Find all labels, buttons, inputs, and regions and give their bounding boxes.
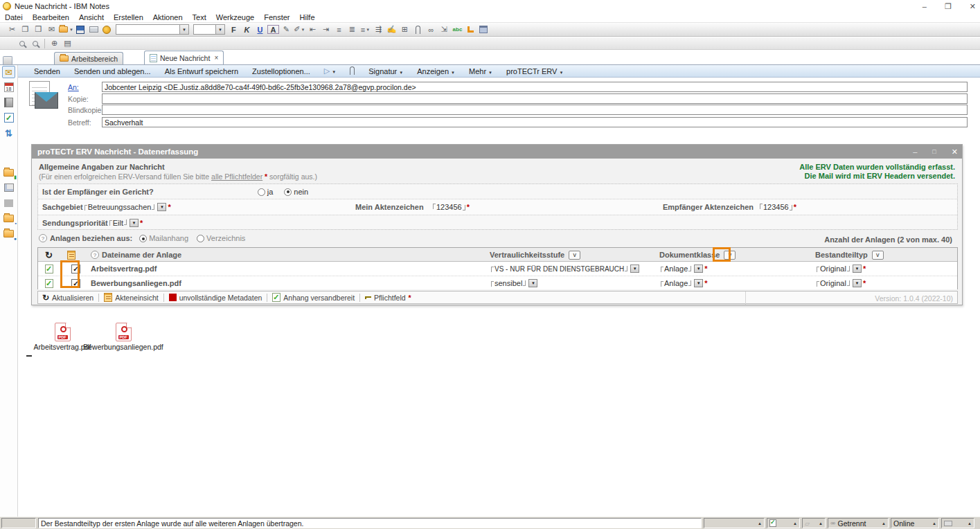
dokumentklasse-field-1[interactable]: Anlage [664,264,688,273]
tab-neue-nachricht[interactable]: Neue Nachricht × [144,51,224,64]
forward-icon[interactable]: ✉ [46,24,57,35]
hyperlink-icon[interactable]: ∞ [425,24,437,35]
anlage-checkbox-2[interactable]: ✓ [71,279,80,288]
restore-icon[interactable]: ❐ [945,2,952,11]
menu-ansicht[interactable]: Ansicht [74,13,109,21]
radio-gericht-ja[interactable]: ja [258,188,274,196]
outdent-icon[interactable]: ⇤ [307,24,319,35]
status-signature-segment[interactable]: ▲ [767,518,800,528]
font-name-combo[interactable]: ▼ [116,24,189,35]
menu-text[interactable]: Text [188,13,211,21]
dialog-minimize-icon[interactable]: – [913,147,917,156]
menu-erstellen[interactable]: Erstellen [109,13,148,21]
bestandteiltyp-field-2[interactable]: Original [820,279,846,287]
legend-akteneinsicht[interactable]: Akteneinsicht [104,293,158,302]
radio-gericht-nein[interactable]: nein [284,188,308,196]
sendungsprioritaet-dropdown-icon[interactable]: ▼ [130,219,139,227]
font-size-combo[interactable]: ▼ [193,24,225,35]
minimize-icon[interactable]: – [923,2,927,10]
tab-arbeitsbereich[interactable]: Arbeitsbereich [54,52,123,64]
pencil-icon[interactable]: ✎ [280,24,292,35]
menu-aktionen[interactable]: Aktionen [148,13,188,21]
betreff-input[interactable] [102,117,968,127]
bestandteiltyp-dropdown-1[interactable]: ▼ [853,264,862,273]
search-all-icon[interactable] [29,38,41,49]
sidebar-contacts-icon[interactable] [2,96,15,109]
cut-icon[interactable]: ✂ [6,24,18,35]
vertraulichkeit-field-1[interactable]: VS - NUR FÜR DEN DIENSTGEBRAUCH [495,265,624,273]
save-icon[interactable] [75,24,87,35]
vertraulichkeit-dropdown-2[interactable]: ▼ [528,279,537,287]
pflichtfelder-link[interactable]: alle Pflichtfelder [211,172,262,181]
sidebar-folder-web-icon[interactable]: ● [2,227,15,240]
font-name-dropdown-icon[interactable]: ▼ [179,25,188,34]
sidebar-workspace-icon[interactable] [2,181,15,194]
kopie-input[interactable] [102,93,968,104]
calendar-tool-icon[interactable] [478,24,490,35]
permanent-pen-icon[interactable] [101,24,113,35]
bookmark-flag-icon[interactable] [465,24,476,35]
bullet-list-icon[interactable]: ≡ [333,24,345,35]
sidebar-replication-icon[interactable]: ⇅ [2,127,15,139]
help-icon[interactable]: ? [39,234,47,242]
tab-close-icon[interactable]: × [214,54,218,62]
insert-object-icon[interactable]: ⇲ [438,24,450,35]
dokumentklasse-copy-down-button[interactable]: v [724,251,736,260]
search-icon[interactable] [16,38,28,49]
senden-button[interactable]: Senden [28,67,66,75]
mehr-menu[interactable]: Mehr▼ [463,67,499,75]
dialog-titlebar[interactable]: proTECTr ERV Nachricht - Datenerfassung … [32,145,962,159]
sachgebiet-field[interactable]: Betreuungssachen [88,203,152,211]
status-getrennt-segment[interactable]: ⚮Getrennt▲ [828,518,889,528]
mein-aktenzeichen-field[interactable]: 123456* [431,203,470,211]
akteneinsicht-header-icon[interactable] [67,251,75,260]
dokumentklasse-dropdown-1[interactable]: ▼ [694,264,703,273]
anzeigen-menu[interactable]: Anzeigen▼ [411,67,461,75]
menu-datei[interactable]: Datei [0,13,28,21]
sendungsprioritaet-field[interactable]: Eilt [113,219,123,227]
attach-file-icon[interactable] [412,24,424,35]
sidebar-todo-icon[interactable]: ✓ [2,111,15,124]
an-label[interactable]: An: [68,83,96,91]
status-network-segment[interactable] [1,518,36,528]
radio-mailanhang[interactable]: Mailanhang [139,234,188,242]
senden-und-ablegen-button[interactable]: Senden und ablegen... [68,67,157,75]
legend-aktualisieren[interactable]: ↻Aktualisieren [42,293,93,303]
bold-icon[interactable]: F [228,24,240,35]
print-icon[interactable] [88,24,100,35]
status-message[interactable]: Der Bestandteiltyp der ersten Anlage wur… [38,518,702,528]
close-icon[interactable]: ✕ [970,2,976,11]
followup-flag-button[interactable]: ▷▼ [318,66,342,75]
attach-button[interactable] [344,66,361,76]
menu-fenster[interactable]: Fenster [259,13,294,21]
anlage-checkbox-1[interactable]: ✓ [71,264,80,274]
sidebar-calendar-icon[interactable]: 18 [2,81,15,93]
dokumentklasse-field-2[interactable]: Anlage [664,279,688,287]
sidebar-favorites-folder-icon[interactable]: ▮ [2,166,15,179]
menu-werkzeuge[interactable]: Werkzeuge [211,13,259,21]
paste-icon[interactable]: ❒ [33,24,44,35]
status-stamp-segment[interactable]: ▱▲ [802,518,826,528]
zustelloptionen-button[interactable]: Zustelloptionen... [246,67,317,75]
bestandteiltyp-copy-down-button[interactable]: v [872,251,884,260]
copy-icon[interactable]: ❐ [19,24,31,35]
empfaenger-aktenzeichen-field[interactable]: 123456* [758,203,796,211]
radio-verzeichnis[interactable]: Verzeichnis [197,234,245,242]
workspace-book-icon[interactable]: ▤ [62,38,73,49]
alignment-icon[interactable]: ≡▼ [359,24,371,35]
bestandteiltyp-field-1[interactable]: Original [820,264,846,273]
indent-icon[interactable]: ⇥ [320,24,332,35]
sidebar-mail-icon[interactable]: ✉ [2,66,15,78]
attachment-bewerbungsanliegen[interactable]: PDF Bewerbungsanliegen.pdf [82,323,165,351]
protectr-erv-menu[interactable]: proTECTr ERV▼ [500,67,569,75]
dokumentklasse-dropdown-2[interactable]: ▼ [694,279,703,287]
vertraulichkeit-dropdown-1[interactable]: ▼ [630,264,639,273]
dialog-close-icon[interactable]: ✕ [952,147,958,156]
spellcheck-icon[interactable]: abc [452,24,463,35]
vertraulichkeit-copy-down-button[interactable]: v [569,251,580,260]
signatur-menu[interactable]: Signatur▼ [362,67,409,75]
blindkopie-input[interactable] [102,105,968,115]
table-icon[interactable]: ⊞ [399,24,411,35]
status-empty-segment[interactable]: ▲ [704,518,765,528]
menu-bearbeiten[interactable]: Bearbeiten [28,13,74,21]
